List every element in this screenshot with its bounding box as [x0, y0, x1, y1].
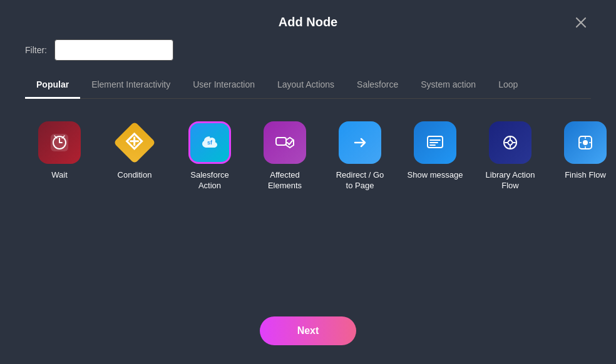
modal-title: Add Node: [279, 15, 337, 29]
node-library-action-flow[interactable]: Library Action Flow: [482, 121, 538, 191]
wait-label: Wait: [51, 170, 68, 181]
finish-flow-label: Finish Flow: [565, 170, 606, 181]
node-finish-flow[interactable]: Finish Flow: [557, 121, 613, 181]
tab-system-action[interactable]: System action: [409, 73, 487, 99]
filter-label: Filter:: [25, 45, 47, 55]
tab-element-interactivity[interactable]: Element Interactivity: [80, 73, 182, 99]
salesforce-action-label: Salesforce Action: [182, 170, 238, 191]
tab-salesforce[interactable]: Salesforce: [346, 73, 409, 99]
node-salesforce-action[interactable]: sf Salesforce Action: [182, 121, 238, 191]
show-message-label: Show message: [408, 170, 463, 181]
tab-user-interaction[interactable]: User Interaction: [182, 73, 266, 99]
library-icon: [489, 121, 531, 164]
affected-elements-label: Affected Elements: [257, 170, 313, 191]
finish-icon: [564, 121, 607, 164]
node-show-message[interactable]: Show message: [407, 121, 463, 181]
show-icon: [414, 121, 456, 164]
tabs-bar: Popular Element Interactivity User Inter…: [25, 73, 591, 99]
tab-layout-actions[interactable]: Layout Actions: [266, 73, 346, 99]
node-condition[interactable]: Condition: [106, 121, 163, 181]
library-action-flow-label: Library Action Flow: [482, 170, 538, 191]
next-button[interactable]: Next: [260, 316, 357, 345]
next-button-row: Next: [25, 304, 591, 345]
affected-icon: [264, 121, 306, 164]
modal-header: Add Node: [25, 0, 591, 39]
node-redirect[interactable]: Redirect / Go to Page: [332, 121, 388, 191]
svg-rect-11: [276, 138, 286, 145]
svg-point-18: [583, 140, 588, 145]
svg-rect-12: [428, 136, 443, 148]
tab-loop[interactable]: Loop: [487, 73, 529, 99]
add-node-modal: Add Node Filter: Popular Element Interac…: [0, 0, 616, 364]
nodes-grid: Wait Condition: [25, 121, 591, 191]
condition-label: Condition: [118, 170, 152, 181]
condition-icon: [113, 121, 156, 164]
filter-row: Filter:: [25, 39, 591, 61]
svg-rect-4: [59, 138, 60, 143]
svg-text:sf: sf: [207, 139, 213, 146]
tab-popular[interactable]: Popular: [25, 73, 80, 99]
redirect-label: Redirect / Go to Page: [332, 170, 388, 191]
node-affected-elements[interactable]: Affected Elements: [257, 121, 313, 191]
wait-icon: [38, 121, 81, 164]
close-button[interactable]: [571, 13, 591, 33]
node-wait[interactable]: Wait: [31, 121, 88, 181]
redirect-icon: [339, 121, 381, 164]
filter-input[interactable]: [54, 39, 173, 61]
salesforce-icon: sf: [188, 121, 231, 164]
svg-rect-5: [59, 142, 63, 143]
